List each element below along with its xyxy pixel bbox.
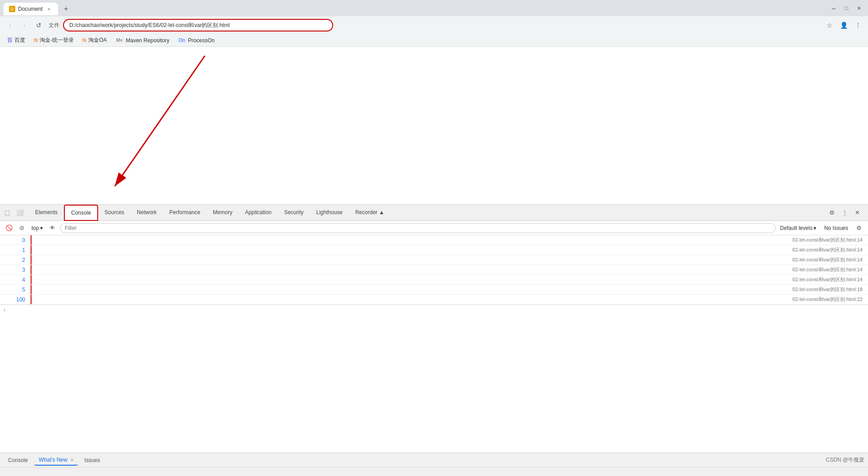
console-row[interactable]: 100 02-let-const和var的区别.html:22 bbox=[0, 295, 868, 305]
console-line-number: 2 bbox=[0, 255, 32, 265]
chevron-down-icon: ▾ bbox=[40, 225, 43, 231]
bookmark-baidu[interactable]: 百 百度 bbox=[4, 36, 29, 45]
console-line-number: 3 bbox=[0, 265, 32, 274]
console-clear-button[interactable]: 🚫 bbox=[4, 223, 14, 234]
back-button[interactable]: ‹ bbox=[4, 19, 16, 31]
tab-memory[interactable]: Memory bbox=[207, 205, 239, 221]
console-line-number: 5 bbox=[0, 285, 32, 294]
console-row[interactable]: 0 02-let-const和var的区别.html:14 bbox=[0, 235, 868, 245]
tab-sources[interactable]: Sources bbox=[98, 205, 131, 221]
top-label: top bbox=[32, 225, 39, 231]
console-source[interactable]: 02-let-const和var的区别.html:14 bbox=[792, 256, 868, 263]
bottom-tab-issues[interactable]: Issues bbox=[80, 455, 104, 465]
maven-icon: M≡ bbox=[115, 37, 124, 43]
devtools-inspect-button[interactable]: ⬚ bbox=[2, 207, 13, 218]
devtools-settings-button[interactable]: ⚙ bbox=[827, 207, 837, 218]
console-line-number: 4 bbox=[0, 275, 32, 284]
taobao-login-icon: 淘 bbox=[33, 37, 38, 44]
default-levels-button[interactable]: Default levels ▾ bbox=[778, 224, 819, 232]
prompt-arrow-icon: › bbox=[4, 307, 5, 313]
annotation-arrow bbox=[0, 47, 868, 204]
close-window-button[interactable]: × bbox=[854, 3, 864, 13]
tab-application[interactable]: Application bbox=[239, 205, 278, 221]
bookmark-taobao-oa[interactable]: 淘 淘金OA bbox=[78, 36, 110, 45]
console-prompt: › bbox=[0, 305, 868, 314]
no-issues-badge: No Issues bbox=[821, 224, 852, 232]
svg-line-1 bbox=[115, 56, 205, 186]
console-line-number: 1 bbox=[0, 245, 32, 255]
top-selector[interactable]: top ▾ bbox=[29, 224, 45, 232]
bookmark-processon[interactable]: On ProcessOn bbox=[174, 36, 218, 45]
eye-button[interactable]: 👁 bbox=[47, 223, 58, 234]
console-source[interactable]: 02-let-const和var的区别.html:14 bbox=[792, 237, 868, 243]
bookmark-taobao-login[interactable]: 淘 淘金-统一登录 bbox=[30, 36, 77, 45]
processon-icon: On bbox=[177, 37, 186, 43]
tab-console[interactable]: Console bbox=[64, 205, 98, 221]
console-source[interactable]: 02-let-const和var的区别.html:14 bbox=[792, 247, 868, 253]
console-source[interactable]: 02-let-const和var的区别.html:22 bbox=[792, 296, 868, 303]
tab-close-button[interactable]: × bbox=[45, 5, 53, 13]
console-row[interactable]: 5 02-let-const和var的区别.html:18 bbox=[0, 285, 868, 295]
bottom-tab-console[interactable]: Console bbox=[4, 455, 32, 465]
bottom-tab-whats-new[interactable]: What's New × bbox=[34, 455, 78, 466]
bookmark-maven[interactable]: M≡ Maven Repository bbox=[111, 36, 173, 45]
bookmark-button[interactable]: ☆ bbox=[823, 19, 836, 31]
tab-title: Document bbox=[18, 6, 43, 12]
maximize-button[interactable]: □ bbox=[841, 3, 852, 13]
console-row[interactable]: 4 02-let-const和var的区别.html:14 bbox=[0, 275, 868, 285]
baidu-icon: 百 bbox=[7, 36, 13, 44]
devtools-device-button[interactable]: ⬜ bbox=[14, 207, 25, 218]
file-label: 文件 bbox=[47, 22, 61, 29]
console-row[interactable]: 2 02-let-const和var的区别.html:14 bbox=[0, 255, 868, 265]
chevron-down-icon-levels: ▾ bbox=[814, 225, 816, 231]
devtools-more-button[interactable]: ⋮ bbox=[839, 207, 850, 218]
profile-button[interactable]: 👤 bbox=[837, 19, 850, 31]
tab-recorder[interactable]: Recorder ▲ bbox=[349, 205, 391, 221]
console-settings-button[interactable]: ⚙ bbox=[854, 223, 864, 234]
console-row[interactable]: 3 02-let-const和var的区别.html:14 bbox=[0, 265, 868, 275]
new-tab-button[interactable]: + bbox=[60, 3, 72, 15]
reload-button[interactable]: ↺ bbox=[32, 19, 45, 31]
console-filter-button[interactable]: ⊘ bbox=[16, 223, 27, 234]
console-source[interactable]: 02-let-const和var的区别.html:14 bbox=[792, 276, 868, 283]
devtools-close-button[interactable]: ✕ bbox=[852, 207, 863, 218]
console-source[interactable]: 02-let-const和var的区别.html:18 bbox=[792, 286, 868, 293]
tab-security[interactable]: Security bbox=[278, 205, 310, 221]
settings-menu-button[interactable]: ⋮ bbox=[852, 19, 864, 31]
bottom-right-label: CSDN @牛魔废 bbox=[826, 456, 864, 464]
tab-network[interactable]: Network bbox=[131, 205, 163, 221]
minimize-button[interactable]: – bbox=[828, 3, 839, 13]
console-source[interactable]: 02-let-const和var的区别.html:14 bbox=[792, 266, 868, 273]
console-line-number: 0 bbox=[0, 235, 32, 245]
forward-button[interactable]: › bbox=[18, 19, 31, 31]
filter-input[interactable] bbox=[60, 223, 776, 233]
tab-performance[interactable]: Performance bbox=[163, 205, 207, 221]
tab-lighthouse[interactable]: Lighthouse bbox=[310, 205, 349, 221]
tab-elements[interactable]: Elements bbox=[29, 205, 64, 221]
taobao-oa-icon: 淘 bbox=[82, 37, 86, 44]
console-line-number: 100 bbox=[0, 295, 32, 304]
console-row[interactable]: 1 02-let-const和var的区别.html:14 bbox=[0, 245, 868, 255]
tab: D Document × bbox=[4, 3, 58, 15]
default-levels-label: Default levels bbox=[780, 225, 813, 231]
address-input[interactable] bbox=[63, 19, 333, 31]
tab-favicon: D bbox=[9, 6, 15, 12]
whats-new-close-button[interactable]: × bbox=[71, 457, 73, 463]
